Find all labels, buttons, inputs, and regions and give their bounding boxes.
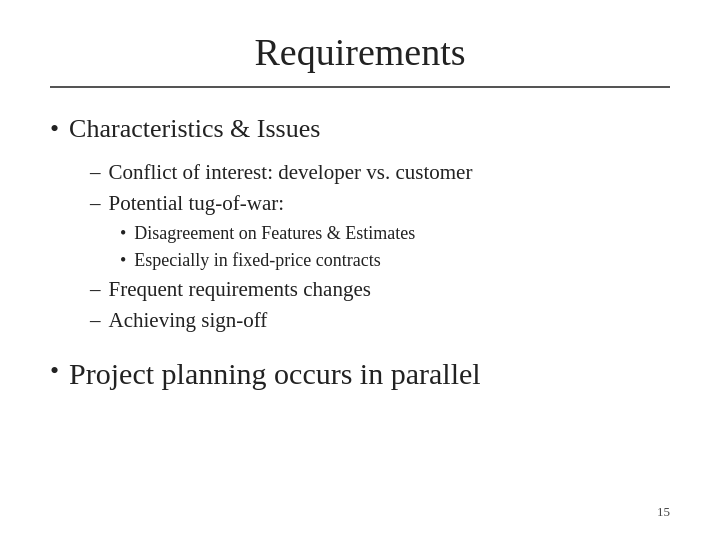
slide-number: 15 — [50, 498, 670, 520]
dash-icon-2: – — [90, 189, 101, 218]
bullet-l3-1-text: Disagreement on Features & Estimates — [134, 221, 415, 246]
bullet-l3-2: • Especially in fixed-price contracts — [120, 248, 670, 273]
bullet-1-sub-4: – Achieving sign-off — [90, 306, 670, 335]
bullet-1-sub-2-text: Potential tug-of-war: — [109, 189, 285, 218]
bullet-l3-1-dot: • — [120, 221, 126, 246]
slide-title: Requirements — [50, 30, 670, 74]
bullet-l3-2-text: Especially in fixed-price contracts — [134, 248, 380, 273]
bullet-2: • Project planning occurs in parallel — [50, 354, 670, 393]
slide: Requirements • Characteristics & Issues … — [0, 0, 720, 540]
bullet-1-sub-1-text: Conflict of interest: developer vs. cust… — [109, 158, 473, 187]
bullet-1-sub-1: – Conflict of interest: developer vs. cu… — [90, 158, 670, 187]
dash-icon-3: – — [90, 275, 101, 304]
bullet-1-sub-3: – Frequent requirements changes — [90, 275, 670, 304]
bullet-1-dot: • — [50, 112, 59, 146]
bullet-1: • Characteristics & Issues — [50, 112, 670, 146]
content-area: • Characteristics & Issues – Conflict of… — [50, 112, 670, 498]
bullet-2-dot: • — [50, 354, 59, 388]
bullet-1-sub-2-sub: • Disagreement on Features & Estimates •… — [120, 221, 670, 273]
dash-icon-4: – — [90, 306, 101, 335]
bullet-1-text: Characteristics & Issues — [69, 112, 320, 146]
bullet-1-sub-items: – Conflict of interest: developer vs. cu… — [90, 158, 670, 336]
title-area: Requirements — [50, 30, 670, 88]
bullet-1-sub-2: – Potential tug-of-war: — [90, 189, 670, 218]
bullet-1-sub-3-text: Frequent requirements changes — [109, 275, 371, 304]
bullet-l3-1: • Disagreement on Features & Estimates — [120, 221, 670, 246]
bullet-1-sub-4-text: Achieving sign-off — [109, 306, 268, 335]
bullet-2-text: Project planning occurs in parallel — [69, 354, 481, 393]
dash-icon-1: – — [90, 158, 101, 187]
bullet-l3-2-dot: • — [120, 248, 126, 273]
